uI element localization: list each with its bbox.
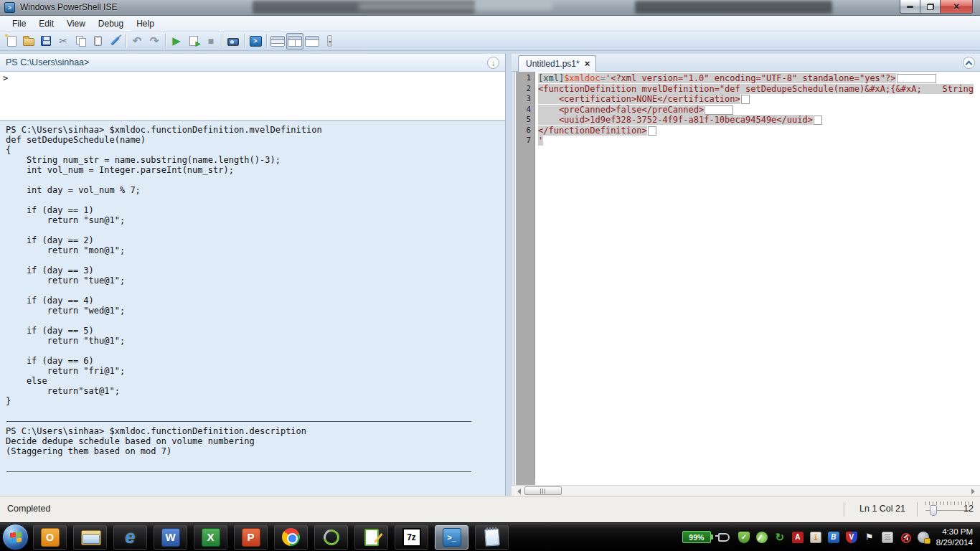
minimize-button[interactable] [900,0,920,14]
taskbar-excel-button[interactable]: X [194,525,227,550]
taskbar-chrome-button[interactable] [274,525,308,550]
editor-line[interactable]: </functionDefinition> [538,126,980,136]
show-script-pane-right-button[interactable] [286,33,303,50]
toolbar-overflow-button[interactable] [321,33,338,50]
scroll-right-arrow[interactable] [969,486,980,496]
taskbar-powerpoint-button[interactable]: P [234,525,268,550]
console-output-line: Decide dedupe schedule based on volume n… [6,436,505,446]
console-output[interactable]: PS C:\Users\sinhaa> $xmldoc.functionDefi… [0,121,505,496]
taskbar-7zip-button[interactable]: 7z [395,525,428,550]
line-number: 5 [516,115,531,126]
editor-line[interactable]: <uuid>1d9ef328-3752-4f9f-a81f-10beca9454… [538,115,980,126]
paste-button[interactable] [89,33,106,50]
selection-trail-box [897,74,936,83]
start-powershell-exe-button[interactable]: > [247,33,264,50]
powershell-icon: > [250,36,262,47]
minimize-icon [907,6,913,8]
command-pane-collapse-button[interactable]: ↓ [487,57,499,69]
menu-edit[interactable]: Edit [32,17,60,30]
taskbar-swirl-app-button[interactable] [314,525,348,550]
taskbar-outlook-button[interactable]: O [33,525,67,550]
run-selection-button[interactable] [185,33,202,50]
workspace: PS C:\Users\sinhaa> ↓ > PS C:\Users\sinh… [0,51,980,496]
code-token-string: <certification>NONE</certification> [538,94,740,104]
aero-glass-patch [359,3,552,10]
redo-button[interactable]: ↷ [146,33,163,50]
open-folder-icon [23,38,34,46]
open-script-button[interactable] [20,33,37,50]
volume-muted-icon[interactable] [900,532,911,543]
clear-output-icon [110,36,119,45]
clear-output-button[interactable] [106,33,123,50]
horizontal-scrollbar[interactable] [512,485,980,496]
script-editor[interactable]: 1234567 [xml]$xmldoc='<?xml version="1.0… [512,72,980,485]
console-output-line: if (day == 3) [6,265,505,276]
windows-flag-icon [10,532,22,543]
editor-line[interactable]: <certification>NONE</certification> [538,94,980,105]
toolbar-separator [244,34,245,48]
adobe-icon[interactable]: A [792,532,804,543]
script-tab[interactable]: Untitled1.ps1* × [518,55,596,72]
bluetooth-icon[interactable]: B [828,532,839,543]
console-output-line: return "sun@1"; [6,215,505,225]
copy-button[interactable] [72,33,89,50]
run-script-button[interactable]: ▶ [168,33,185,50]
console-output-line [6,456,505,466]
system-tray: 99% ✓ ↻ A B V ⚑ 4:30 PM 8/29/2014 [682,523,980,551]
editor-line[interactable]: [xml]$xmldoc='<?xml version="1.0" encodi… [538,73,980,84]
selection-trail-box [648,126,656,136]
cut-button[interactable]: ✂ [55,33,72,50]
editor-line[interactable]: ' [538,136,980,146]
new-remote-powershell-tab-button[interactable] [225,33,242,50]
command-input-area[interactable]: > [0,72,505,121]
taskbar-word-button[interactable]: W [154,525,187,550]
undo-button[interactable]: ↶ [128,33,146,50]
clock-time: 4:30 PM [936,527,973,537]
new-script-button[interactable] [3,33,20,50]
editor-code[interactable]: [xml]$xmldoc='<?xml version="1.0" encodi… [536,72,980,485]
battery-indicator[interactable]: 99% [682,531,711,543]
editor-line[interactable]: <preCanned>false</preCanned> [538,105,980,116]
show-script-pane-maximized-button[interactable] [303,33,321,50]
editor-line[interactable]: <functionDefinition mvelDefinition="def … [538,84,980,95]
shield-check-icon[interactable]: ✓ [738,532,750,543]
show-script-pane-top-button[interactable] [269,33,286,50]
stop-operation-button[interactable]: ■ [202,33,220,50]
scroll-left-arrow[interactable] [512,486,523,496]
sync-icon[interactable]: ↻ [774,532,786,543]
network-lock-icon[interactable] [918,532,929,543]
toolbar-separator [165,34,166,48]
taskbar-notepad-plus-plus-button[interactable] [354,525,388,550]
script-pane-collapse-button[interactable] [963,57,975,69]
action-center-flag-icon[interactable]: ⚑ [864,532,875,543]
console-output-line: return "wed@1"; [6,306,505,316]
console-output-line: return "thu@1"; [6,336,505,346]
taskbar-explorer-button[interactable] [73,525,107,550]
save-button[interactable] [37,33,55,50]
clipboard-icon[interactable] [882,532,893,543]
citrix-hourglass-icon[interactable] [810,532,821,543]
restore-button[interactable] [920,0,941,14]
script-pane-maximized-icon [305,36,319,47]
close-button[interactable]: × [941,0,973,14]
scrollbar-thumb[interactable] [524,486,562,495]
taskbar-powershell-button-active[interactable]: >_ [435,525,468,550]
menu-view[interactable]: View [60,17,92,30]
taskbar-internet-explorer-button[interactable]: e [113,525,147,550]
console-output-line [6,195,505,205]
tab-close-icon[interactable]: × [585,60,590,68]
console-output-line: (Staggering them based on mod 7) [6,446,505,456]
menu-debug[interactable]: Debug [92,17,130,30]
console-output-line: return "tue@1"; [6,276,505,286]
taskbar-notepad-button[interactable] [475,525,509,550]
title-bar[interactable]: > Windows PowerShell ISE × [0,0,980,16]
excel-icon: X [202,528,220,547]
menu-file[interactable]: File [6,17,32,30]
menu-help[interactable]: Help [130,17,161,30]
green-pen-icon[interactable] [756,532,768,543]
antivirus-shield-icon[interactable]: V [846,532,857,543]
start-button[interactable] [2,524,29,550]
taskbar-clock[interactable]: 4:30 PM 8/29/2014 [936,527,973,548]
zoom-slider-thumb[interactable] [930,505,937,516]
script-pane-top-icon [270,36,285,47]
